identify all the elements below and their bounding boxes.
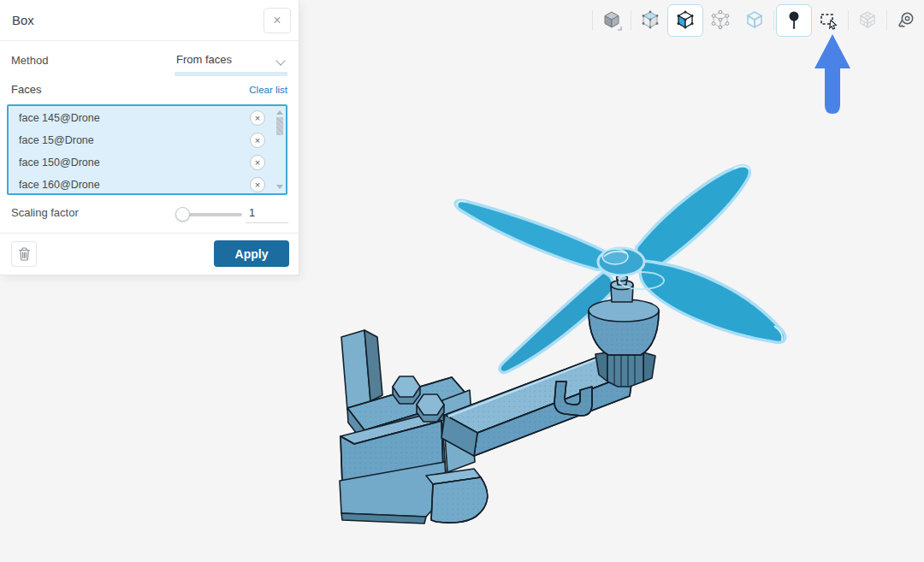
toolbar-separator (848, 10, 849, 31)
scroll-up-icon[interactable] (276, 110, 283, 115)
scaling-value-input[interactable]: 1 (246, 204, 288, 223)
select-bodies-button[interactable] (737, 5, 772, 36)
box-select-button[interactable] (812, 5, 846, 36)
scrollbar-thumb[interactable] (276, 117, 283, 135)
face-list-item[interactable]: face 160@Drone × (9, 175, 286, 195)
chevron-down-icon (277, 56, 286, 65)
face-name: face 150@Drone (19, 157, 100, 169)
app-window: Box × Method From faces Faces Clear list… (0, 0, 924, 562)
dialog-title: Box (12, 13, 264, 27)
faces-header-row: Faces Clear list (11, 83, 287, 96)
select-face-highlight-button[interactable] (667, 4, 703, 37)
delete-button[interactable] (11, 241, 37, 267)
remove-icon: × (255, 113, 260, 123)
face-name: face 15@Drone (19, 134, 94, 146)
cube-faces-icon (639, 9, 661, 32)
method-dropdown[interactable]: From faces (175, 51, 287, 73)
scroll-down-icon[interactable] (276, 185, 283, 189)
faces-label: Faces (11, 83, 41, 96)
face-name: face 160@Drone (19, 179, 100, 191)
apply-button[interactable]: Apply (214, 240, 289, 267)
select-volumes-button[interactable] (595, 5, 629, 36)
method-label: Method (11, 51, 48, 67)
close-button[interactable]: × (264, 8, 291, 33)
method-row: Method From faces (11, 51, 287, 80)
measure-button[interactable] (889, 5, 923, 36)
faces-scrollbar[interactable] (275, 108, 284, 192)
clear-list-link[interactable]: Clear list (249, 85, 287, 95)
select-vertices-button[interactable] (703, 5, 737, 36)
face-name: face 145@Drone (19, 112, 100, 124)
scaling-slider-handle[interactable] (175, 207, 190, 222)
cube-volumes-icon (601, 9, 623, 32)
mesh-view-button (850, 5, 885, 36)
trash-icon (18, 247, 31, 261)
cube-face-highlight-icon (674, 9, 696, 32)
toolbar-separator (631, 10, 631, 31)
box-select-icon (818, 9, 840, 32)
probe-pin-icon (783, 9, 805, 32)
dialog-header: Box × (0, 0, 299, 41)
mesh-cube-icon (856, 9, 879, 32)
cube-vertices-icon (709, 9, 732, 32)
cube-wireframe-icon (743, 9, 766, 32)
box-dialog: Box × Method From faces Faces Clear list… (0, 0, 299, 275)
footer-divider (0, 233, 299, 234)
remove-face-button[interactable]: × (250, 177, 265, 192)
face-list-item[interactable]: face 150@Drone × (9, 152, 286, 173)
close-icon: × (273, 14, 281, 27)
scaling-row: Scaling factor 1 (11, 204, 287, 225)
remove-face-button[interactable]: × (250, 133, 265, 148)
measure-tape-icon (895, 9, 917, 32)
toolbar-separator (886, 10, 887, 31)
scaling-label: Scaling factor (11, 204, 79, 219)
drone-body (340, 330, 633, 524)
toolbar-separator (773, 10, 774, 31)
remove-face-button[interactable]: × (250, 110, 265, 126)
probe-point-button[interactable] (776, 4, 812, 37)
method-value: From faces (176, 53, 232, 66)
annotation-up-arrow (814, 33, 851, 119)
dropdown-focus-glow (175, 72, 287, 76)
face-list-item[interactable]: face 15@Drone × (9, 130, 286, 151)
remove-icon: × (255, 157, 260, 168)
up-arrow-icon (814, 33, 851, 115)
faces-list[interactable]: face 145@Drone × face 15@Drone × face 15… (7, 104, 287, 195)
toolbar-separator (592, 10, 593, 31)
remove-icon: × (255, 180, 260, 190)
remove-face-button[interactable]: × (250, 155, 265, 170)
face-list-item[interactable]: face 145@Drone × (9, 108, 286, 128)
remove-icon: × (255, 135, 260, 145)
viewport-toolbar (590, 3, 923, 38)
select-faces-button[interactable] (633, 5, 667, 36)
